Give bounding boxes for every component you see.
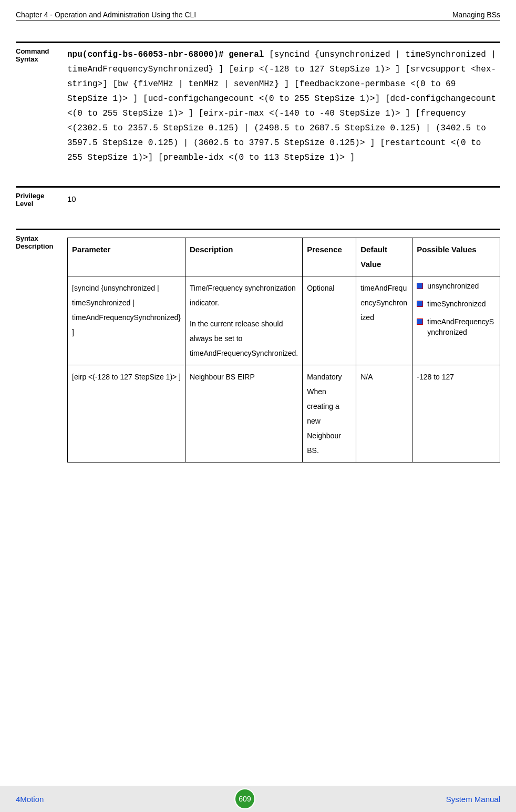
list-item: unsynchronized	[417, 281, 496, 291]
cell-desc-line: In the current release should always be …	[190, 316, 298, 361]
col-presence: Presence	[303, 238, 356, 276]
col-default: Default Value	[356, 238, 412, 276]
footer-right: System Manual	[446, 795, 500, 804]
table-row: [eirp <(-128 to 127 StepSize 1)> ] Neigh…	[68, 365, 500, 462]
syntax-description-label: Syntax Description	[16, 234, 67, 462]
cell-desc-line: Time/Frequency synchronization indicator…	[190, 281, 298, 310]
cell-possible-values: -128 to 127	[412, 365, 500, 462]
table-row: [syncind {unsynchronized | timeSynchroni…	[68, 276, 500, 365]
privilege-level-section: Privilege Level 10	[16, 186, 500, 208]
col-parameter: Parameter	[68, 238, 185, 276]
page-footer: 4Motion 609 System Manual	[0, 786, 516, 812]
cell-parameter: [syncind {unsynchronized | timeSynchroni…	[68, 276, 185, 365]
cell-description: Neighbour BS EIRP	[185, 365, 303, 462]
cell-description: Time/Frequency synchronization indicator…	[185, 276, 303, 365]
cell-presence: Optional	[303, 276, 356, 365]
command-syntax-label: Command Syntax	[16, 47, 67, 165]
cell-possible-values: unsynchronized timeSynchronized timeAndF…	[412, 276, 500, 365]
cell-presence: Mandatory When creating a new Neighbour …	[303, 365, 356, 462]
command-prefix: npu(config-bs-66053-nbr-68000)# general	[67, 50, 264, 59]
cell-default: N/A	[356, 365, 412, 462]
cell-default: timeAndFrequencySynchronized	[356, 276, 412, 365]
cell-desc-line: Neighbour BS EIRP	[190, 369, 298, 384]
header-right: Managing BSs	[452, 11, 500, 19]
header-left: Chapter 4 - Operation and Administration…	[16, 11, 196, 19]
footer-left: 4Motion	[16, 795, 44, 804]
command-rest: [syncind {unsynchronized | timeSynchroni…	[67, 50, 496, 162]
col-possible-values: Possible Values	[412, 238, 500, 276]
privilege-level-value: 10	[67, 192, 500, 208]
list-item: timeSynchronized	[417, 299, 496, 309]
command-syntax-body: npu(config-bs-66053-nbr-68000)# general …	[67, 47, 500, 165]
privilege-level-label: Privilege Level	[16, 192, 67, 208]
list-item: timeAndFrequencySynchronized	[417, 316, 496, 337]
page-header: Chapter 4 - Operation and Administration…	[16, 11, 500, 20]
table-header-row: Parameter Description Presence Default V…	[68, 238, 500, 276]
col-description: Description	[185, 238, 303, 276]
cell-parameter: [eirp <(-128 to 127 StepSize 1)> ]	[68, 365, 185, 462]
syntax-table: Parameter Description Presence Default V…	[67, 238, 500, 462]
syntax-description-section: Syntax Description Parameter Description…	[16, 229, 500, 462]
command-syntax-section: Command Syntax npu(config-bs-66053-nbr-6…	[16, 42, 500, 165]
page-number-badge: 609	[234, 788, 255, 809]
